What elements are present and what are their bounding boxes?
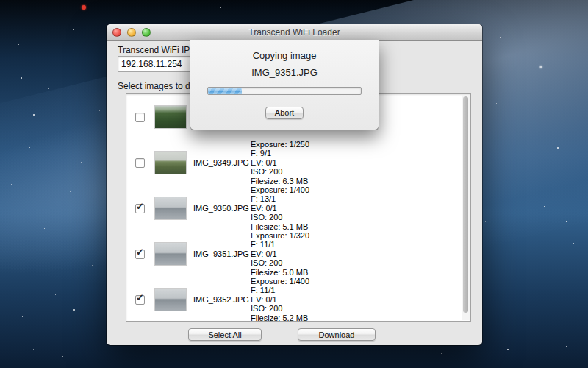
image-row-4: ✓ IMG_9351.JPG Exposure: 1/320F: 11/1EV:…: [126, 231, 470, 277]
image-row-3: ✓ IMG_9350.JPG Exposure: 1/400F: 13/1EV:…: [126, 185, 470, 231]
image-thumbnail-2: [155, 152, 186, 174]
download-button[interactable]: Download: [298, 328, 376, 341]
red-indicator-dot: [82, 5, 86, 10]
image-checkbox-5[interactable]: ✓: [135, 295, 145, 305]
select-all-button[interactable]: Select All: [188, 328, 262, 341]
image-checkbox-2[interactable]: [135, 158, 145, 168]
window-titlebar[interactable]: Transcend WiFi Loader: [107, 24, 482, 41]
image-details-5: Exposure: 1/400F: 11/1EV: 0/1ISO: 200Fil…: [251, 277, 309, 322]
image-thumbnail-3: [155, 197, 186, 219]
check-icon: ✓: [136, 293, 144, 302]
image-filename-4: IMG_9351.JPG: [193, 250, 251, 258]
image-filename-2: IMG_9349.JPG: [193, 158, 251, 167]
image-checkbox-4[interactable]: ✓: [135, 250, 145, 259]
check-icon: ✓: [136, 202, 144, 211]
image-row-2: IMG_9349.JPG Exposure: 1/250F: 9/1EV: 0/…: [126, 140, 470, 185]
progress-fill: [208, 88, 242, 94]
check-icon: ✓: [136, 247, 144, 257]
image-details-3: Exposure: 1/400F: 13/1EV: 0/1ISO: 200Fil…: [251, 185, 309, 231]
progress-bar: [207, 87, 362, 95]
image-row-5: ✓ IMG_9352.JPG Exposure: 1/400F: 11/1EV:…: [126, 277, 470, 322]
image-details-2: Exposure: 1/250F: 9/1EV: 0/1ISO: 200File…: [251, 140, 309, 185]
image-thumbnail-4: [155, 243, 186, 265]
image-filename-3: IMG_9350.JPG: [193, 204, 251, 213]
sheet-title: Copying image: [190, 50, 379, 61]
image-details-4: Exposure: 1/320F: 11/1EV: 0/1ISO: 200Fil…: [251, 231, 309, 277]
app-window: Transcend WiFi Loader Transcend WiFi IP:…: [107, 24, 482, 345]
abort-button[interactable]: Abort: [265, 107, 304, 119]
desktop-wallpaper: Transcend WiFi Loader Transcend WiFi IP:…: [0, 0, 588, 368]
image-thumbnail-1: [155, 106, 186, 128]
ip-label: Transcend WiFi IP:: [118, 45, 193, 55]
star-field: [4, 355, 4, 355]
image-filename-5: IMG_9352.JPG: [193, 295, 251, 304]
image-thumbnail-5: [155, 289, 186, 311]
image-checkbox-3[interactable]: ✓: [135, 204, 145, 213]
image-checkbox-1[interactable]: [135, 113, 145, 122]
sheet-copying-filename: IMG_9351.JPG: [190, 67, 379, 78]
window-title: Transcend WiFi Loader: [107, 27, 482, 38]
scrollbar-thumb[interactable]: [463, 96, 468, 313]
copy-progress-sheet: Copying image IMG_9351.JPG Abort: [190, 40, 379, 130]
star-field-bright: [540, 66, 542, 68]
list-scrollbar[interactable]: [462, 95, 470, 320]
